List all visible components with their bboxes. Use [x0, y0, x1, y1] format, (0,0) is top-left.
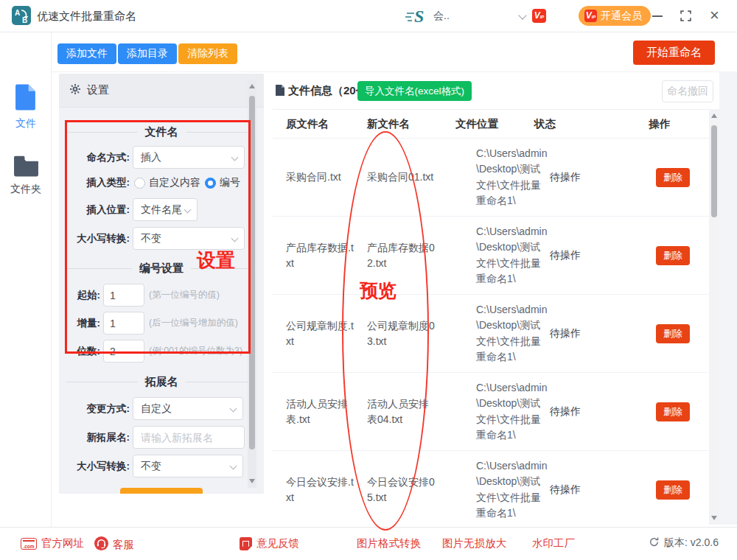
table-scrollbar[interactable] [709, 109, 719, 525]
naming-mode-select[interactable]: 插入 [133, 146, 245, 169]
old-filename: 产品库存数据.txt [286, 240, 367, 271]
image-lossless-enlarge-link[interactable]: 图片无损放大 [442, 536, 506, 550]
status-text: 待操作 [550, 405, 656, 419]
action-cell: 删除 [656, 246, 709, 265]
account-label[interactable]: 会.. [433, 10, 514, 23]
digits-input[interactable] [103, 340, 144, 363]
chevron-down-icon [231, 235, 239, 242]
footer: .com 官方网址 客服 意见反馈 图片格式转换 图片无损放大 水印工厂 [0, 527, 737, 560]
toolbar: 添加文件 添加目录 清除列表 开始重命名 [52, 32, 737, 72]
file-table-body: 采购合同.txt采购合同01.txtC:\Users\admin\Desktop… [273, 139, 709, 525]
delete-button[interactable]: 删除 [656, 402, 690, 421]
watermark-factory-link[interactable]: 水印工厂 [532, 536, 575, 550]
close-button[interactable]: × [710, 6, 719, 25]
website-icon: .com [21, 538, 37, 550]
delete-button[interactable]: 删除 [656, 324, 690, 343]
open-vip-button[interactable]: VIP 开通会员 [579, 6, 651, 26]
start-number-input[interactable] [103, 284, 144, 307]
col-action: 操作 [649, 117, 709, 131]
radio-number[interactable]: 编号 [205, 176, 240, 189]
col-new-filename: 新文件名 [367, 117, 455, 131]
col-status: 状态 [534, 117, 649, 131]
chevron-down-icon [231, 154, 239, 161]
file-path: C:\Users\admin\Desktop\测试文件\文件批量重命名1\ [476, 146, 550, 209]
settings-scrollbar[interactable] [248, 80, 256, 488]
old-filename: 今日会议安排.txt [286, 475, 367, 505]
new-filename: 采购合同01.txt [367, 169, 476, 185]
official-website-link[interactable]: .com 官方网址 [21, 536, 84, 550]
scroll-up-icon[interactable] [711, 113, 717, 118]
file-path: C:\Users\admin\Desktop\测试文件\文件批量重命名1\ [476, 224, 550, 287]
old-filename: 活动人员安排表.txt [286, 396, 367, 427]
status-text: 待操作 [550, 171, 656, 184]
delete-button[interactable]: 删除 [656, 480, 690, 500]
radio-on-icon [205, 178, 216, 189]
customer-service-link[interactable]: 客服 [94, 536, 134, 553]
version-text: 版本: v2.0.6 [664, 536, 719, 550]
vip-badge-icon: VIP [532, 9, 546, 23]
change-mode-select[interactable]: 自定义 [133, 397, 243, 420]
increment-input[interactable] [103, 312, 144, 335]
start-number-hint: (第一位编号的值) [149, 289, 220, 301]
settings-title: 设置 [87, 83, 109, 97]
col-old-filename: 原文件名 [286, 117, 367, 131]
clear-list-button[interactable]: 清除列表 [178, 43, 237, 64]
action-cell: 删除 [656, 168, 709, 187]
insert-type-label: 插入类型: [59, 176, 130, 189]
scrollbar-thumb[interactable] [249, 96, 255, 449]
open-vip-label: 开通会员 [601, 10, 642, 23]
new-filename: 公司规章制度03.txt [367, 318, 476, 349]
sidebar-item-file[interactable]: 文件 [0, 83, 52, 130]
minimize-button[interactable] [652, 15, 663, 17]
settings-panel: 设置 文件名 命名方式: 插入 插入类型: 自定义内容 编号 插入位置: 文件名… [59, 74, 264, 494]
chevron-down-icon[interactable] [518, 11, 526, 19]
case-convert-ext-select[interactable]: 不变 [133, 455, 243, 477]
scroll-down-icon[interactable] [711, 516, 717, 520]
new-extension-label: 新拓展名: [59, 431, 130, 444]
section-title-filename: 文件名 [66, 124, 256, 140]
right-margin-strip [719, 72, 737, 525]
case-convert-select[interactable]: 不变 [133, 227, 245, 250]
refresh-icon[interactable] [649, 536, 660, 550]
feedback-link[interactable]: 意见反馈 [240, 536, 299, 550]
delete-button[interactable]: 删除 [656, 168, 690, 187]
add-directory-button[interactable]: 添加目录 [118, 43, 177, 64]
scroll-up-icon[interactable] [249, 84, 255, 88]
new-extension-input[interactable] [133, 426, 245, 449]
start-rename-button[interactable]: 开始重命名 [633, 41, 715, 65]
new-filename: 产品库存数据02.txt [367, 240, 476, 271]
add-file-button[interactable]: 添加文件 [57, 43, 116, 64]
radio-off-icon [134, 178, 145, 189]
new-filename: 今日会议安排05.txt [367, 475, 476, 505]
titlebar: A B 优速文件批量重命名 S 会.. VIP VIP 开通会员 × [0, 0, 737, 32]
table-header: 原文件名 新文件名 文件位置 状态 操作 [273, 109, 709, 139]
reset-settings-button[interactable]: 重置设置 [120, 488, 203, 494]
case-convert-label: 大小写转换: [59, 232, 130, 245]
digits-hint: (例:001的编号位数为3) [149, 345, 242, 357]
insert-position-select[interactable]: 文件名尾 [133, 198, 198, 221]
file-list-panel: 文件信息（20个） 导入文件名(excel格式) 命名撤回 原文件名 新文件名 … [273, 74, 719, 525]
case-convert-ext-label: 大小写转换: [59, 460, 130, 473]
delete-button[interactable]: 删除 [656, 246, 690, 265]
digits-label: 位数: [59, 345, 100, 358]
table-row: 活动人员安排表.txt活动人员安排表04.txtC:\Users\admin\D… [273, 373, 709, 451]
chevron-down-icon [230, 463, 237, 470]
import-filenames-button[interactable]: 导入文件名(excel格式) [357, 81, 472, 101]
sidebar-item-label: 文件 [0, 117, 52, 130]
scroll-down-icon[interactable] [249, 479, 255, 483]
image-format-convert-link[interactable]: 图片格式转换 [357, 536, 421, 550]
rename-undo-button[interactable]: 命名撤回 [662, 80, 713, 102]
scrollbar-thumb[interactable] [711, 125, 717, 217]
vip-badge-icon: VIP [584, 10, 597, 22]
feedback-icon [240, 537, 252, 550]
radio-custom-content[interactable]: 自定义内容 [134, 176, 200, 189]
table-row: 公司规章制度.txt公司规章制度03.txtC:\Users\admin\Des… [273, 295, 709, 373]
app-title: 优速文件批量重命名 [37, 10, 136, 24]
section-title-extension: 拓展名 [66, 374, 256, 390]
start-number-label: 起始: [59, 289, 100, 302]
maximize-button[interactable] [680, 10, 691, 24]
table-row: 今日会议安排.txt今日会议安排05.txtC:\Users\admin\Des… [273, 451, 709, 525]
status-text: 待操作 [550, 327, 656, 340]
sidebar-item-folder[interactable]: 文件夹 [0, 154, 52, 196]
section-title-number: 编号设置 [66, 260, 256, 276]
